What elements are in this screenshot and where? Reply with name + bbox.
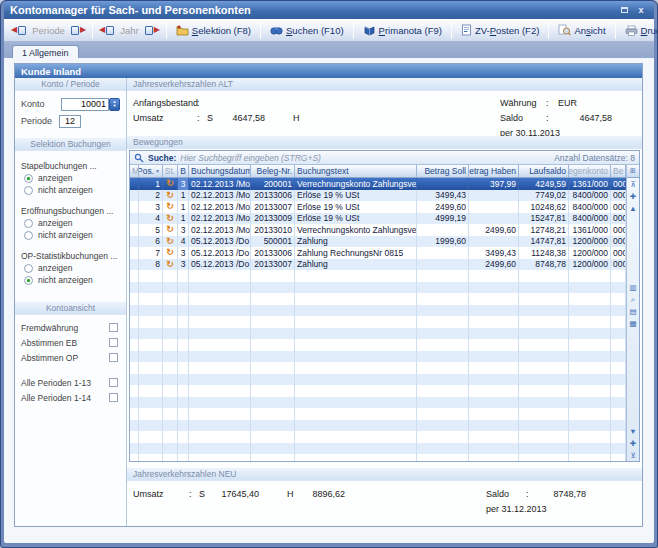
append-row-icon[interactable]: ✚ [627, 437, 639, 449]
suchen-f10-button[interactable]: Suchen (F10) [264, 22, 350, 39]
grid-header-row: MPos.St.BBuchungsdatumBeleg-Nr.Buchungst… [130, 165, 626, 178]
record-count: Anzahl Datensätze: 8 [554, 153, 635, 163]
konto-label: Konto [21, 99, 59, 109]
checkbox[interactable] [109, 323, 118, 332]
primanota-f9-button[interactable]: Primanota (F9) [357, 22, 448, 39]
column-header-soll[interactable]: Betrag Soll [417, 165, 469, 177]
cell-beleg: 20133009 [251, 213, 295, 225]
ansicht-button[interactable]: Ansicht [552, 21, 611, 39]
checkbox[interactable] [109, 393, 118, 402]
grid-search-bar[interactable]: Suche: Hier Suchbegriff eingeben (STRG+S… [130, 151, 639, 165]
checkbox-row[interactable]: Abstimmen OP [15, 350, 126, 365]
empty-cell [178, 374, 189, 386]
scroll-prev-icon[interactable]: ▲ [627, 202, 639, 214]
search-row-icon[interactable]: ⌕ [627, 294, 639, 306]
periode-input[interactable]: 12 [59, 115, 81, 128]
empty-cell [469, 374, 519, 386]
table-row[interactable]: 6↻405.12.2013 /Do500001Zahlung1999,60147… [130, 236, 626, 248]
column-header-lauf[interactable]: Laufsaldo [519, 165, 569, 177]
checkbox-row[interactable]: Alle Perioden 1-14 [15, 390, 126, 405]
column-header-haben[interactable]: Betrag Haben [469, 165, 519, 177]
column-header-m[interactable]: M [130, 165, 139, 177]
radio-button[interactable] [24, 219, 33, 228]
next-periode-button[interactable]: ▶ [71, 26, 86, 35]
konto-input[interactable]: 10001 [61, 98, 109, 111]
tab-allgemein[interactable]: 1 Allgemein [12, 45, 79, 59]
table-row[interactable]: 7↻305.12.2013 /Do20133006Zahlung Rechnun… [130, 247, 626, 259]
close-icon[interactable]: x [634, 4, 648, 16]
table-row[interactable]: 8↻305.12.2013 /Do20133007Zahlung2499,608… [130, 259, 626, 271]
column-header-datum[interactable]: Buchungsdatum [189, 165, 251, 177]
next-jahr-button[interactable]: ▶ [145, 26, 160, 35]
radio-option[interactable]: anzeigen [15, 262, 126, 274]
columns-icon[interactable]: ▥ [627, 282, 639, 294]
cell-gegen: 8400/000 [569, 213, 611, 225]
empty-cell [163, 270, 178, 282]
empty-cell [417, 454, 469, 461]
radio-option[interactable]: nicht anzeigen [15, 274, 126, 286]
empty-cell [130, 351, 139, 363]
drucken-button[interactable]: Drucken [619, 22, 658, 39]
restore-icon[interactable] [617, 4, 631, 16]
checkbox[interactable] [109, 338, 118, 347]
column-header-text[interactable]: Buchungstext [295, 165, 417, 177]
toolbar-button-label: Selektion (F8) [192, 25, 251, 36]
column-header-gegen[interactable]: Gegenkonto [569, 165, 611, 177]
checkbox-row[interactable]: Abstimmen EB [15, 335, 126, 350]
table-row[interactable]: 4↻102.12.2013 /Mo20133009Erlöse 19 % USt… [130, 213, 626, 225]
detail-view-icon[interactable]: ▤ [627, 306, 639, 318]
checkbox-row[interactable]: Fremdwährung [15, 320, 126, 335]
page-mini-icon [71, 26, 79, 35]
column-header-b[interactable]: B [178, 165, 189, 177]
empty-cell [295, 270, 417, 282]
empty-cell [569, 374, 611, 386]
table-row[interactable]: 1↻302.12.2013 /Mo200001Verrechnungskonto… [130, 178, 626, 190]
radio-button[interactable] [24, 186, 33, 195]
radio-button[interactable] [24, 264, 33, 273]
cell-text: Zahlung [295, 259, 417, 271]
empty-cell [569, 316, 611, 328]
column-header-be[interactable]: Be [611, 165, 626, 177]
pager-jahr: ◀Jahr▶ [96, 23, 163, 38]
scroll-first-icon[interactable]: ⊼ [627, 178, 639, 190]
checkbox[interactable] [109, 353, 118, 362]
empty-cell [611, 454, 626, 461]
prev-jahr-button[interactable]: ◀ [99, 26, 114, 35]
scroll-next-icon[interactable]: ▼ [627, 425, 639, 437]
konto-spinner[interactable]: ▲▼ [109, 98, 120, 111]
empty-cell [519, 305, 569, 317]
waehrung-value: EUR [558, 98, 612, 108]
radio-option[interactable]: anzeigen [15, 217, 126, 229]
radio-option[interactable]: nicht anzeigen [15, 229, 126, 241]
cell-haben: 2499,60 [469, 259, 519, 271]
radio-button[interactable] [24, 174, 33, 183]
selektion-f8-button[interactable]: Selektion (F8) [170, 22, 257, 39]
checkbox-row[interactable]: Alle Perioden 1-13 [15, 375, 126, 390]
table-row[interactable]: 3↻102.12.2013 /Mo20133007Erlöse 19 % USt… [130, 201, 626, 213]
column-header-st[interactable]: St. [163, 165, 178, 177]
column-chooser-icon[interactable]: ⊞ [627, 165, 639, 178]
empty-cell [251, 454, 295, 461]
column-header-pos[interactable]: Pos. [139, 165, 163, 177]
empty-cell [469, 305, 519, 317]
cell-be: 000 [611, 213, 626, 225]
table-row[interactable]: 5↻302.12.2013 /Mo20133010Verrechnungskon… [130, 224, 626, 236]
checkbox[interactable] [109, 378, 118, 387]
cell-beleg: 200001 [251, 178, 295, 190]
insert-row-icon[interactable]: ✚ [627, 190, 639, 202]
prev-periode-button[interactable]: ◀ [11, 26, 26, 35]
scroll-last-icon[interactable]: ⊻ [627, 449, 639, 461]
radio-option[interactable]: nicht anzeigen [15, 184, 126, 196]
radio-option[interactable]: anzeigen [15, 172, 126, 184]
section-kontoansicht: Kontoansicht [15, 302, 126, 315]
empty-cell [469, 362, 519, 374]
radio-button[interactable] [24, 231, 33, 240]
zv-posten-f2-button[interactable]: ZV-Posten (F2) [455, 21, 545, 39]
cell-pos: 3 [139, 201, 163, 213]
column-header-beleg[interactable]: Beleg-Nr. [251, 165, 295, 177]
table-row[interactable]: 2↻102.12.2013 /Mo20133006Erlöse 19 % USt… [130, 190, 626, 202]
empty-cell [611, 270, 626, 282]
empty-cell [295, 293, 417, 305]
summary-view-icon[interactable]: ▦ [627, 318, 639, 330]
radio-button[interactable] [24, 276, 33, 285]
